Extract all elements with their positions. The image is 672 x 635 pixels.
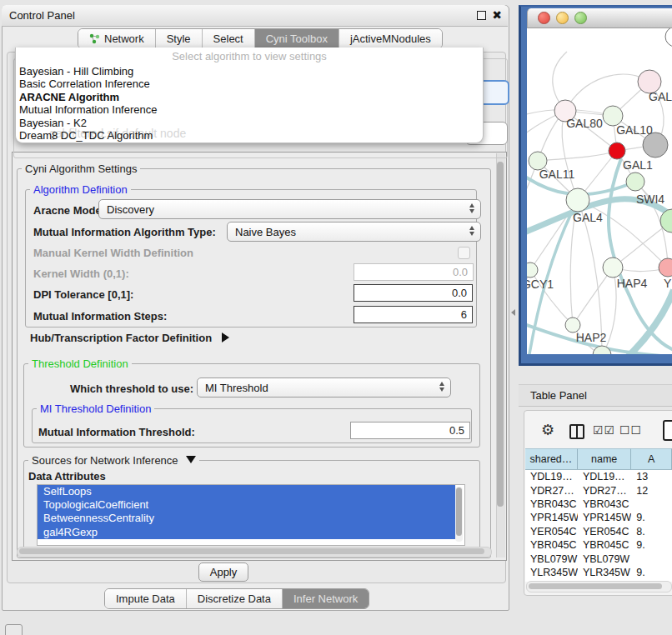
- table-cell: YBL079W: [525, 553, 578, 565]
- dropdown-item[interactable]: Dream8 DC_TDC Algorithm: [19, 129, 479, 142]
- mi-threshold-group-label: MI Threshold Definition: [37, 402, 154, 415]
- table-column-header[interactable]: shared…: [525, 448, 578, 469]
- table-cell: YER054C: [525, 526, 578, 538]
- tab-impute-data[interactable]: Impute Data: [105, 589, 186, 608]
- table-cell: YBR043C: [578, 498, 631, 510]
- dpi-tolerance-label: DPI Tolerance [0,1]:: [33, 288, 133, 301]
- dpi-tolerance-field[interactable]: 0.0: [354, 284, 473, 302]
- page-icon[interactable]: [663, 420, 672, 441]
- tab-network[interactable]: Network: [78, 29, 155, 48]
- table-cell: YER054C: [578, 526, 631, 538]
- table-cell: YBL079W: [578, 553, 631, 565]
- table-cell: YBR045C: [578, 539, 631, 551]
- network-node-label: GCY1: [527, 278, 554, 291]
- manual-kernel-checkbox[interactable]: [458, 247, 470, 259]
- tab-discretize-data[interactable]: Discretize Data: [186, 589, 282, 608]
- network-node[interactable]: [603, 258, 623, 278]
- control-panel-titlebar[interactable]: Control Panel ✖: [2, 5, 508, 27]
- algorithm-definition-label: Algorithm Definition: [30, 183, 131, 196]
- docked-panel-icon[interactable]: [5, 624, 23, 635]
- table-hscrollbar-thumb[interactable]: [529, 583, 662, 589]
- network-window-titlebar[interactable]: [527, 8, 672, 28]
- mi-type-combo[interactable]: Naive Bayes: [227, 222, 481, 242]
- list-scrollbar-thumb[interactable]: [456, 488, 462, 536]
- checked-boxes-icon[interactable]: ☑☑: [593, 423, 615, 437]
- table-column-header[interactable]: A: [631, 448, 672, 469]
- network-edge[interactable]: [565, 74, 649, 111]
- table-cell: YLR345W: [578, 567, 631, 578]
- stepper-arrows-icon: [469, 203, 474, 213]
- table-row[interactable]: YDL19…YDL19…13: [525, 470, 672, 483]
- dropdown-item[interactable]: Basic Correlation Inference: [19, 78, 479, 90]
- kernel-width-field[interactable]: 0.0: [354, 263, 474, 281]
- settings-scrollbar-thumb[interactable]: [497, 162, 504, 507]
- sources-label[interactable]: Sources for Network Inference: [28, 454, 199, 467]
- network-edge[interactable]: [538, 151, 617, 161]
- mi-type-label: Mutual Information Algorithm Type:: [33, 226, 216, 238]
- network-edge[interactable]: [573, 268, 613, 325]
- unchecked-boxes-icon[interactable]: ☐☐: [619, 423, 642, 437]
- dropdown-item[interactable]: Bayesian - K2: [19, 117, 479, 129]
- apply-button[interactable]: Apply: [198, 562, 248, 582]
- network-node[interactable]: [566, 188, 589, 212]
- close-traffic-light-icon[interactable]: [538, 12, 550, 24]
- close-icon[interactable]: ✖: [492, 8, 502, 22]
- data-attributes-list[interactable]: SelfLoopsTopologicalCoefficientBetweenne…: [37, 484, 465, 546]
- aracne-mode-combo[interactable]: Discovery: [98, 199, 481, 219]
- list-scrollbar-track[interactable]: [455, 487, 463, 542]
- tab-cyni-toolbox[interactable]: Cyni Toolbox: [254, 29, 339, 48]
- table-row[interactable]: YBR045CYBR045C9.: [525, 538, 672, 552]
- table-cell: YLR345W: [525, 567, 578, 578]
- data-attributes-label: Data Attributes: [28, 470, 106, 482]
- data-attribute-item[interactable]: gal4RGexp: [38, 526, 455, 539]
- dropdown-item[interactable]: Mutual Information Inference: [19, 103, 479, 116]
- table-panel-titlebar[interactable]: Table Panel: [519, 384, 672, 407]
- data-attribute-item[interactable]: BetweennessCentrality: [38, 512, 455, 525]
- mi-threshold-label: Mutual Information Threshold:: [38, 426, 195, 438]
- zoom-traffic-light-icon[interactable]: [574, 12, 587, 24]
- table-row[interactable]: YDR27…YDR27…12: [525, 483, 672, 497]
- panel-splitter-handle[interactable]: [511, 309, 515, 316]
- gear-icon[interactable]: ⚙: [541, 421, 554, 439]
- dropdown-item-selected[interactable]: ARACNE Algorithm: [19, 91, 479, 103]
- dropdown-item[interactable]: Bayesian - Hill Climbing: [19, 65, 479, 78]
- table-cell: 9.: [631, 512, 672, 523]
- table-row[interactable]: YPR145WYPR145W9.: [525, 511, 672, 524]
- network-graph[interactable]: GALGAL80GAL10GAL1GAL11SWI4GAL4GCY1HAP4YH…: [527, 28, 672, 354]
- tab-jactivemnodules[interactable]: jActiveMNodules: [339, 29, 442, 48]
- tab-select[interactable]: Select: [202, 29, 254, 48]
- table-row[interactable]: YBL079WYBL079W: [525, 552, 672, 565]
- network-node-label: SWI4: [636, 192, 664, 206]
- data-attribute-item[interactable]: TopologicalCoefficient: [38, 498, 455, 512]
- hub-definition-toggle[interactable]: Hub/Transcription Factor Definition: [30, 332, 229, 344]
- table-hscrollbar-track[interactable]: [526, 581, 672, 592]
- cyni-algorithm-settings-label: Cyni Algorithm Settings: [22, 162, 140, 175]
- which-threshold-combo[interactable]: MI Threshold: [197, 378, 451, 398]
- table-row[interactable]: YBR043CYBR043C: [525, 498, 672, 511]
- minimize-traffic-light-icon[interactable]: [556, 12, 569, 24]
- table-header-row: shared…nameA: [525, 448, 672, 470]
- columns-icon[interactable]: [569, 424, 584, 439]
- aracne-mode-label: Aracne Mode:: [33, 204, 105, 217]
- float-window-icon[interactable]: [477, 11, 486, 20]
- table-row[interactable]: YLR345WYLR345W9.: [525, 566, 672, 579]
- table-row[interactable]: YER054CYER054C8.: [525, 525, 672, 538]
- mi-threshold-field[interactable]: 0.5: [350, 422, 470, 439]
- horizontal-scrollbar-track[interactable]: [17, 547, 492, 558]
- screen: Control Panel ✖ Network Style Select: [0, 0, 672, 635]
- table-column-header[interactable]: name: [578, 448, 631, 469]
- table-cell: YPR145W: [525, 512, 578, 523]
- tab-style[interactable]: Style: [155, 29, 202, 48]
- network-node[interactable]: [527, 262, 538, 278]
- network-node[interactable]: [626, 172, 644, 191]
- stepper-arrows-icon: [439, 382, 444, 392]
- node-table[interactable]: shared…nameAYDL19…YDL19…13YDR27…YDR27…12…: [525, 448, 672, 582]
- horizontal-scrollbar-thumb[interactable]: [19, 548, 484, 554]
- mi-steps-field[interactable]: 6: [354, 306, 473, 323]
- which-threshold-label: Which threshold to use:: [70, 382, 193, 395]
- data-attribute-item[interactable]: SelfLoops: [38, 485, 455, 498]
- tab-infer-network[interactable]: Infer Network: [282, 589, 369, 608]
- network-node[interactable]: [665, 28, 672, 47]
- network-node-label: GAL80: [566, 117, 603, 130]
- network-node[interactable]: [609, 142, 625, 159]
